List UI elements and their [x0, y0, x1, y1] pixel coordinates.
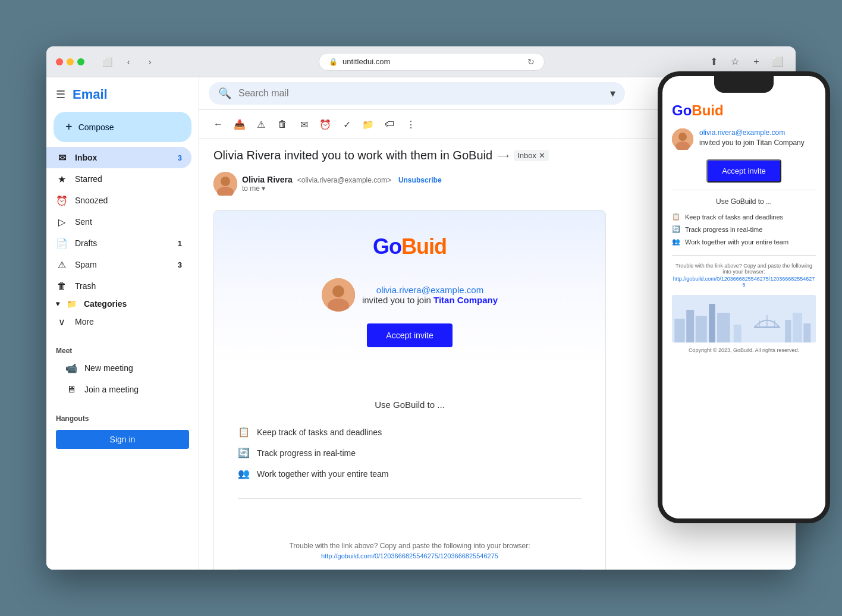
forward-icon: ⟶ — [497, 151, 509, 161]
inbox-label: Inbox — [75, 153, 171, 162]
mark-unread-icon[interactable]: ✉ — [294, 115, 313, 134]
privacy-icon: 🔒 — [329, 58, 338, 66]
sidebar-item-spam[interactable]: ⚠ Spam 3 — [46, 254, 191, 275]
svg-point-4 — [221, 177, 230, 186]
compose-button[interactable]: + Compose — [54, 112, 191, 142]
categories-label: Categories — [84, 299, 127, 309]
forward-icon[interactable]: › — [142, 54, 158, 70]
phone-sender-email: olivia.rivera@example.com — [699, 128, 805, 137]
phone-accept-button[interactable]: Accept invite — [706, 159, 781, 183]
sign-in-button[interactable]: Sign in — [56, 430, 189, 449]
invite-email-display: olivia.rivera@example.com — [362, 285, 498, 295]
svg-point-28 — [678, 133, 687, 141]
city-illustration — [238, 569, 582, 570]
phone-feature-2-text: Track progress in real-time — [685, 226, 762, 233]
maximize-button[interactable] — [77, 58, 84, 65]
sidebar-item-inbox[interactable]: ✉ Inbox 3 — [46, 147, 191, 168]
sidebar-item-trash[interactable]: 🗑 Trash — [46, 275, 191, 297]
svg-point-7 — [332, 285, 344, 297]
invite-avatar — [322, 278, 355, 312]
search-bar[interactable]: 🔍 ▾ — [209, 82, 625, 105]
browser-actions: ⬆ ☆ + ⬜ — [705, 54, 786, 70]
phone-team-icon: 👥 — [672, 238, 680, 246]
search-dropdown-icon[interactable]: ▾ — [610, 87, 615, 100]
hamburger-icon[interactable]: ☰ — [56, 88, 65, 101]
phone-tasks-icon: 📋 — [672, 213, 680, 221]
minimize-button[interactable] — [67, 58, 74, 65]
snooze-icon[interactable]: ⏰ — [316, 115, 335, 134]
accept-invite-button[interactable]: Accept invite — [367, 323, 452, 347]
sidebar-item-join-meeting[interactable]: 🖥 Join a meeting — [56, 379, 182, 400]
gobuild-go-text: Go — [373, 234, 401, 259]
gobuild-footer: Trouble with the link above? Copy and pa… — [214, 532, 605, 570]
gobuild-features: Use GoBuild to ... 📋 Keep track of tasks… — [214, 381, 605, 532]
categories-header[interactable]: ▾ 📁 Categories — [46, 297, 199, 311]
invite-sender-email: olivia.rivera@example.com — [376, 285, 483, 295]
sidebar-item-drafts[interactable]: 📄 Drafts 1 — [46, 232, 191, 254]
sent-icon: ▷ — [56, 216, 68, 228]
inbox-badge-label: Inbox — [517, 151, 536, 160]
svg-rect-40 — [754, 326, 780, 328]
inbox-icon: ✉ — [56, 152, 68, 164]
phone-content: GoBuid olivia.rivera@example.com invited… — [662, 93, 825, 518]
inbox-badge: 3 — [178, 153, 182, 162]
svg-rect-9 — [238, 569, 582, 570]
gmail-logo: Email — [73, 87, 108, 102]
bookmark-icon[interactable]: ☆ — [727, 54, 743, 70]
traffic-lights — [56, 58, 84, 65]
sidebar-item-snoozed[interactable]: ⏰ Snoozed — [46, 190, 191, 211]
feature-1-text: Keep track of tasks and deadlines — [257, 428, 382, 437]
phone-avatar — [672, 128, 693, 150]
new-meeting-label: New meeting — [84, 363, 133, 373]
label-icon[interactable]: 🏷 — [380, 115, 399, 134]
address-bar-container: 🔒 untitledui.com ↻ — [165, 53, 698, 71]
drafts-icon: 📄 — [56, 238, 68, 249]
more-icon: ∨ — [56, 316, 68, 328]
phone-copyright: Copyright © 2023, GoBuild. All rights re… — [672, 347, 816, 353]
archive-icon[interactable]: 📥 — [230, 115, 249, 134]
share-icon[interactable]: ⬆ — [705, 54, 722, 70]
new-tab-icon[interactable]: + — [748, 54, 765, 70]
close-button[interactable] — [56, 58, 63, 65]
move-to-icon[interactable]: 📁 — [359, 115, 378, 134]
check-icon[interactable]: ✓ — [337, 115, 356, 134]
back-to-inbox-button[interactable]: ← — [209, 115, 228, 134]
delete-icon[interactable]: 🗑 — [273, 115, 292, 134]
svg-rect-43 — [803, 323, 810, 342]
sent-label: Sent — [75, 217, 182, 227]
refresh-icon[interactable]: ↻ — [527, 57, 535, 67]
unsubscribe-link[interactable]: Unsubscribe — [398, 176, 442, 184]
phone-footer-trouble: Trouble with the link above? Copy and pa… — [672, 263, 816, 275]
more-options-icon[interactable]: ⋮ — [401, 115, 420, 134]
back-icon[interactable]: ‹ — [120, 54, 137, 70]
sidebar-toggle-icon[interactable]: ⬜ — [99, 54, 115, 70]
sidebar-item-sent[interactable]: ▷ Sent — [46, 211, 191, 232]
gobuild-build-text: Buid — [401, 234, 447, 259]
report-spam-icon[interactable]: ⚠ — [252, 115, 271, 134]
footer-link[interactable]: http://gobuild.com/0/1203666825546275/12… — [238, 552, 582, 560]
phone-feature-1: 📋 Keep track of tasks and deadlines — [672, 210, 816, 223]
compose-label: Compose — [78, 122, 114, 132]
tab-overview-icon[interactable]: ⬜ — [769, 54, 786, 70]
join-meeting-label: Join a meeting — [84, 385, 139, 394]
phone-city-illustration — [672, 295, 816, 342]
inbox-badge: Inbox ✕ — [514, 150, 549, 161]
close-inbox-icon: ✕ — [539, 151, 545, 160]
feature-item-3: 👥 Work together with your entire team — [238, 463, 582, 484]
address-bar[interactable]: 🔒 untitledui.com ↻ — [319, 53, 545, 71]
trash-icon: 🗑 — [56, 281, 68, 291]
drafts-label: Drafts — [75, 238, 171, 248]
sidebar-item-new-meeting[interactable]: 📹 New meeting — [56, 357, 182, 379]
sidebar-item-starred[interactable]: ★ Starred — [46, 168, 191, 190]
hangouts-section: Hangouts Sign in — [46, 410, 199, 449]
svg-rect-42 — [793, 313, 802, 342]
phone-footer-link[interactable]: http://gobuild.com/0/1203666825546275/12… — [672, 276, 816, 288]
search-input[interactable] — [238, 88, 603, 99]
svg-rect-31 — [674, 319, 684, 342]
sidebar: ☰ Email + Compose ✉ Inbox 3 ★ Starred ⏰ … — [46, 77, 199, 570]
snoozed-label: Snoozed — [75, 196, 182, 205]
phone-feature-2: 🔄 Track progress in real-time — [672, 223, 816, 235]
sidebar-item-more[interactable]: ∨ More — [46, 311, 191, 332]
progress-icon: 🔄 — [238, 447, 250, 458]
phone-invite-block: olivia.rivera@example.com invited you to… — [699, 128, 805, 147]
